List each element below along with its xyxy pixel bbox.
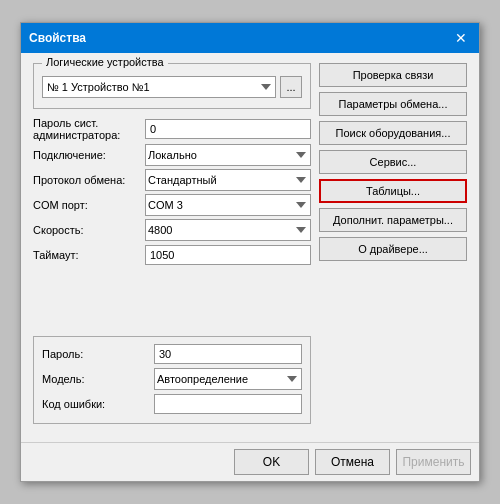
logical-devices-legend: Логические устройства bbox=[42, 56, 168, 68]
connection-label: Подключение: bbox=[33, 149, 141, 161]
extra-params-button[interactable]: Дополнит. параметры... bbox=[319, 208, 467, 232]
password-label: Пароль сист. администратора: bbox=[33, 117, 141, 141]
check-connection-button[interactable]: Проверка связи bbox=[319, 63, 467, 87]
speed-select-wrapper: 4800 bbox=[145, 219, 311, 241]
tables-button[interactable]: Таблицы... bbox=[319, 179, 467, 203]
com-select[interactable]: COM 3 bbox=[145, 194, 311, 216]
error-code-input[interactable] bbox=[154, 394, 302, 414]
model-select-wrapper: Автоопределение bbox=[154, 368, 302, 390]
error-code-row: Код ошибки: bbox=[42, 393, 302, 415]
timeout-row: Таймаут: bbox=[33, 244, 311, 266]
device-row: № 1 Устройство №1 ... bbox=[42, 76, 302, 98]
dialog-window: Свойства ✕ Логические устройства № 1 Уст… bbox=[20, 22, 480, 482]
connection-select-wrapper: Локально bbox=[145, 144, 311, 166]
right-panel: Проверка связи Параметры обмена... Поиск… bbox=[319, 63, 467, 432]
title-bar: Свойства ✕ bbox=[21, 23, 479, 53]
com-row: COM порт: COM 3 bbox=[33, 194, 311, 216]
model-label: Модель: bbox=[42, 373, 150, 385]
service-button[interactable]: Сервис... bbox=[319, 150, 467, 174]
timeout-label: Таймаут: bbox=[33, 249, 141, 261]
protocol-label: Протокол обмена: bbox=[33, 174, 141, 186]
search-device-button[interactable]: Поиск оборудования... bbox=[319, 121, 467, 145]
bottom-password-input[interactable] bbox=[154, 344, 302, 364]
com-label: COM порт: bbox=[33, 199, 141, 211]
apply-button[interactable]: Применить bbox=[396, 449, 471, 475]
main-content: Логические устройства № 1 Устройство №1 … bbox=[33, 63, 467, 432]
protocol-select[interactable]: Стандартный bbox=[145, 169, 311, 191]
bottom-password-row: Пароль: bbox=[42, 343, 302, 365]
dialog-title: Свойства bbox=[29, 31, 86, 45]
password-row: Пароль сист. администратора: bbox=[33, 117, 311, 141]
device-select[interactable]: № 1 Устройство №1 bbox=[42, 76, 276, 98]
close-button[interactable]: ✕ bbox=[451, 28, 471, 48]
cancel-button[interactable]: Отмена bbox=[315, 449, 390, 475]
password-input[interactable] bbox=[145, 119, 311, 139]
model-select[interactable]: Автоопределение bbox=[154, 368, 302, 390]
timeout-input[interactable] bbox=[145, 245, 311, 265]
speed-select[interactable]: 4800 bbox=[145, 219, 311, 241]
flex-spacer bbox=[33, 280, 311, 336]
ok-button[interactable]: OK bbox=[234, 449, 309, 475]
logical-devices-group: Логические устройства № 1 Устройство №1 … bbox=[33, 63, 311, 109]
model-row: Модель: Автоопределение bbox=[42, 368, 302, 390]
form-section: Пароль сист. администратора: Подключение… bbox=[33, 117, 311, 266]
dialog-body: Логические устройства № 1 Устройство №1 … bbox=[21, 53, 479, 442]
protocol-row: Протокол обмена: Стандартный bbox=[33, 169, 311, 191]
spacer bbox=[33, 272, 311, 280]
error-code-label: Код ошибки: bbox=[42, 398, 150, 410]
footer: OK Отмена Применить bbox=[21, 442, 479, 481]
protocol-select-wrapper: Стандартный bbox=[145, 169, 311, 191]
bottom-group: Пароль: Модель: Автоопределение Код ошиб… bbox=[33, 336, 311, 424]
exchange-params-button[interactable]: Параметры обмена... bbox=[319, 92, 467, 116]
bottom-password-label: Пароль: bbox=[42, 348, 150, 360]
connection-select[interactable]: Локально bbox=[145, 144, 311, 166]
speed-row: Скорость: 4800 bbox=[33, 219, 311, 241]
connection-row: Подключение: Локально bbox=[33, 144, 311, 166]
com-select-wrapper: COM 3 bbox=[145, 194, 311, 216]
about-driver-button[interactable]: О драйвере... bbox=[319, 237, 467, 261]
speed-label: Скорость: bbox=[33, 224, 141, 236]
device-extra-button[interactable]: ... bbox=[280, 76, 302, 98]
left-panel: Логические устройства № 1 Устройство №1 … bbox=[33, 63, 311, 432]
